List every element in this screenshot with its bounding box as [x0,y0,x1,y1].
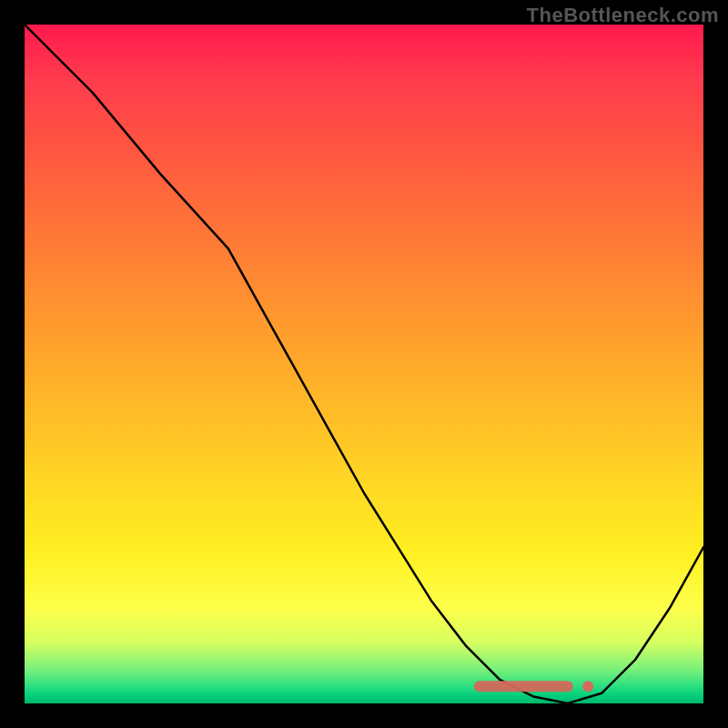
chart-frame: TheBottleneck.com [0,0,728,728]
bottleneck-curve [25,25,703,703]
plot-area [25,25,703,703]
watermark-text: TheBottleneck.com [527,4,719,27]
optimum-dot [582,681,593,692]
chart-overlay [25,25,703,703]
